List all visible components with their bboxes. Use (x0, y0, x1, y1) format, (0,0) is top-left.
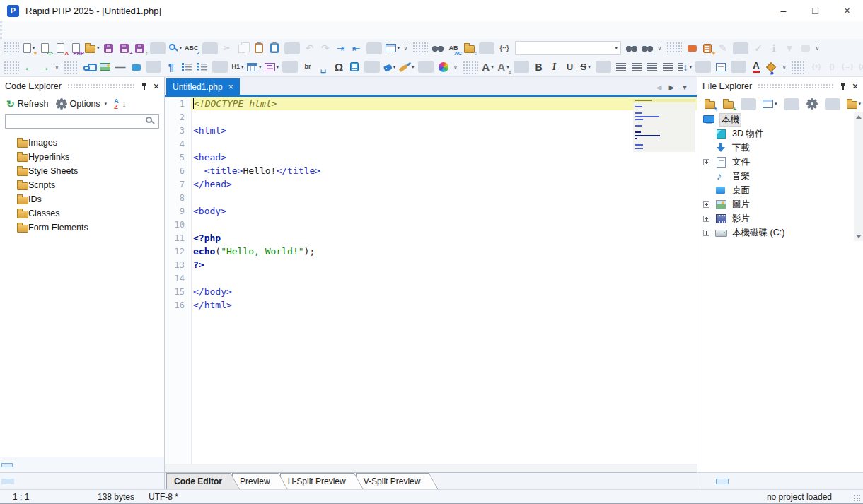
menu-ai[interactable] (223, 28, 237, 33)
expand-icon[interactable] (703, 159, 709, 165)
panel-tab-folders[interactable] (716, 479, 729, 484)
paste-button[interactable] (251, 40, 267, 57)
numbered-list-button[interactable] (195, 59, 210, 75)
menu-php[interactable] (95, 28, 110, 33)
item-ids[interactable]: IDs (0, 192, 164, 206)
panel-drag-area[interactable] (758, 83, 835, 89)
lang-tab-css[interactable] (13, 463, 24, 467)
toolbar-overflow-button[interactable]: ∨ (813, 40, 822, 57)
new-document-button[interactable]: ✶▾ (21, 40, 37, 57)
nbsp-button[interactable]: ␣ (315, 59, 331, 75)
italic-button[interactable]: I (547, 59, 562, 75)
outdent-button[interactable]: ⇤ (349, 40, 364, 57)
navigate-back-button[interactable]: ← (21, 59, 37, 75)
panel-tab-library[interactable] (14, 479, 27, 484)
expand-icon[interactable] (703, 216, 709, 222)
search-term-combobox[interactable]: ▾ (515, 41, 621, 55)
comments-button[interactable] (684, 40, 700, 57)
br-button[interactable]: br (300, 59, 315, 75)
align-left-button[interactable] (613, 59, 629, 75)
tab-scroll-right-button[interactable]: ▶ (668, 82, 674, 92)
lang-tab-html[interactable] (1, 463, 13, 467)
lang-tab-javascript[interactable] (24, 463, 35, 467)
expand-icon[interactable] (703, 201, 709, 208)
code-line[interactable]: 6 <title>Hello!</title> (165, 164, 697, 177)
font-color-button[interactable]: A (748, 59, 764, 75)
find-dialog-button[interactable] (430, 40, 446, 57)
fe-item-local-disk-c[interactable]: 本機磁碟 (C:) (697, 225, 863, 240)
code-line[interactable]: 16 </html> (165, 298, 697, 312)
lang-tab-php[interactable] (35, 463, 47, 467)
view-tab-v-split-preview[interactable]: V-Split Preview (356, 473, 439, 489)
close-icon[interactable]: × (154, 81, 159, 91)
indent-button[interactable]: ⇥ (333, 40, 349, 57)
expand-icon[interactable] (703, 230, 709, 236)
tab-list-button[interactable]: ▼ (681, 82, 688, 92)
find-in-files-button[interactable]: ○ (461, 40, 477, 57)
code-line[interactable]: 13 ?> (165, 258, 697, 271)
panel-tab-ftp[interactable] (729, 479, 741, 484)
strikethrough-button[interactable]: S▾ (578, 59, 593, 75)
settings-button[interactable] (804, 96, 820, 112)
maximize-button[interactable]: □ (799, 0, 831, 21)
form-button[interactable]: ▾ (263, 59, 281, 75)
menu-script[interactable] (124, 28, 138, 33)
options-button[interactable]: Options ▾ (54, 98, 110, 110)
insert-link-button[interactable] (81, 59, 97, 75)
menu-file[interactable] (11, 28, 25, 33)
code-explorer-filter-input[interactable] (9, 117, 146, 127)
code-line[interactable]: 10 (165, 218, 697, 231)
item-form-elements[interactable]: Form Elements (0, 221, 164, 235)
code-line[interactable]: 5 <head> (165, 151, 697, 164)
code-line[interactable]: 12 echo("Hello, World!"); (165, 245, 697, 258)
new-text-button[interactable]: A (52, 40, 68, 57)
view-mode-button[interactable]: ▾ (761, 96, 779, 112)
item-scripts[interactable]: Scripts (0, 178, 164, 192)
view-tab-preview[interactable]: Preview (232, 473, 288, 489)
tab-untitled1-php[interactable]: Untitled1.php × (166, 78, 240, 95)
menu-insert[interactable] (53, 28, 67, 33)
align-right-button[interactable] (644, 59, 660, 75)
code-editor[interactable]: 1 <!DOCTYPE html> 2 3 <html> 4 (165, 97, 697, 472)
find-button[interactable]: ▾ (168, 40, 184, 57)
fe-item-documents[interactable]: 文件 (697, 155, 863, 169)
fe-item-3d-objects[interactable]: 3D 物件 (697, 127, 863, 141)
symbol-button[interactable]: Ω (331, 59, 347, 75)
minimize-button[interactable]: – (768, 0, 799, 21)
snippet-button[interactable]: {··} (497, 40, 512, 57)
fe-item-videos[interactable]: 影片 (697, 211, 863, 225)
spellcheck-button[interactable]: ABC✓ (183, 40, 200, 57)
align-justify-button[interactable] (660, 59, 676, 75)
sort-az-button[interactable]: AZ ↓ (112, 98, 128, 110)
find-previous-button[interactable]: ← (624, 40, 639, 57)
find-next-button[interactable]: → (639, 40, 655, 57)
format-painter-button[interactable]: ▾ (398, 59, 416, 75)
fe-item-pictures[interactable]: 圖片 (697, 197, 863, 211)
menu-plugins[interactable] (237, 28, 251, 33)
view-tab-h-split-preview[interactable]: H-Split Preview (280, 473, 364, 489)
close-button[interactable]: × (831, 0, 863, 21)
code-line[interactable]: 8 (165, 191, 697, 204)
tab-close-icon[interactable]: × (228, 82, 233, 92)
menu-edit[interactable] (25, 28, 39, 33)
code-line[interactable]: 11 <?php (165, 231, 697, 245)
toolbar-overflow-button[interactable]: ∨ (780, 59, 789, 75)
folder-options-button[interactable]: ▾ (845, 96, 863, 112)
scroll-up-icon[interactable] (856, 115, 862, 119)
code-line[interactable]: 9 <body> (165, 204, 697, 218)
refresh-button[interactable]: ↻ Refresh (4, 98, 51, 110)
table-button[interactable]: ▾ (245, 59, 263, 75)
macro-record-button[interactable]: ✶ (700, 40, 715, 57)
code-line[interactable]: 7 </head> (165, 177, 697, 191)
code-line[interactable]: 15 </body> (165, 285, 697, 298)
toolbar-overflow-button[interactable]: ∨ (655, 40, 664, 57)
new-folder-button[interactable]: + (720, 96, 736, 112)
highlight-color-button[interactable] (764, 59, 780, 75)
item-hyperlinks[interactable]: Hyperlinks (0, 150, 164, 164)
menu-project[interactable] (166, 28, 180, 33)
menu-tools[interactable] (180, 28, 195, 33)
menu-tab[interactable] (152, 28, 166, 33)
panels-button[interactable]: ▾ (384, 40, 402, 57)
toolbar-overflow-button[interactable]: ∨ (52, 59, 62, 75)
item-images[interactable]: Images (0, 136, 164, 150)
